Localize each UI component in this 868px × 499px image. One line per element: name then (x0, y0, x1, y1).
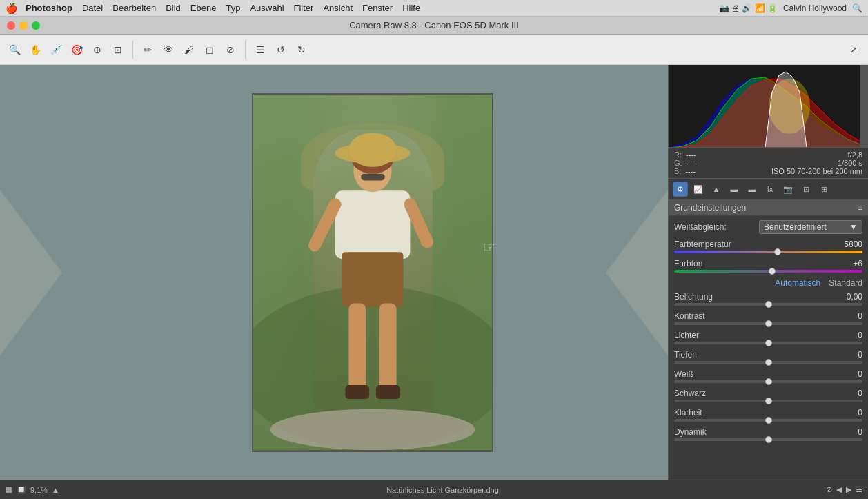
nav-prev-icon[interactable]: ◀ (836, 485, 842, 494)
brush-tool[interactable]: 🖌 (180, 41, 198, 59)
schwarz-track[interactable] (674, 400, 862, 402)
list-tool[interactable]: ☰ (251, 41, 269, 59)
calib-panel-btn[interactable]: ⊞ (816, 182, 831, 197)
auto-button[interactable]: Automatisch (775, 278, 820, 288)
minimize-button[interactable] (19, 21, 28, 30)
window-title: Camera Raw 8.8 - Canon EOS 5D Mark III (349, 20, 519, 30)
heal-tool[interactable]: ✏ (139, 41, 157, 59)
camera-panel-btn[interactable]: 📷 (780, 182, 796, 197)
menu-fenster[interactable]: Fenster (362, 3, 393, 13)
lichter-thumb[interactable] (765, 340, 772, 346)
color-sampler-tool[interactable]: 🎯 (68, 41, 86, 59)
menu-hilfe[interactable]: Hilfe (402, 3, 420, 13)
menu-photoshop[interactable]: Photoshop (26, 3, 72, 13)
close-button[interactable] (7, 21, 15, 30)
klarheit-track[interactable] (674, 419, 862, 422)
weissabgleich-dropdown[interactable]: Benutzerdefiniert ▼ (759, 220, 862, 234)
eyedropper-tool[interactable]: 💉 (47, 41, 65, 59)
farbtemperatur-track[interactable] (674, 251, 862, 253)
weissabgleich-row: Weißabgleich: Benutzerdefiniert ▼ (674, 220, 862, 234)
tiefen-thumb[interactable] (765, 359, 772, 366)
hsl-panel-btn[interactable]: ▬ (744, 182, 760, 197)
farbton-thumb[interactable] (769, 268, 776, 275)
weiss-thumb[interactable] (765, 378, 772, 385)
schwarz-value: 0 (858, 389, 862, 398)
status-icon-info: 🔲 (17, 485, 26, 494)
search-icon[interactable]: 🔍 (852, 3, 862, 13)
panel-header: Grundeinstellungen ≡ (669, 200, 868, 216)
toolbar: 🔍 ✋ 💉 🎯 ⊕ ⊡ ✏ 👁 🖌 ◻ ⊘ ☰ ↺ ↻ ↗ (0, 35, 868, 65)
hand-tool[interactable]: ✋ (26, 41, 44, 59)
histogram-svg (669, 65, 868, 148)
filename-display: Natürliches Licht Ganzkörper.dng (386, 486, 499, 494)
toolbar-separator-2 (245, 41, 246, 59)
menu-bearbeiten[interactable]: Bearbeiten (112, 3, 156, 13)
panel-icons: ⚙ 📈 ▲ ▬ ▬ fx 📷 ⊡ ⊞ (669, 179, 868, 200)
svg-rect-5 (348, 303, 366, 392)
dynamik-track[interactable] (674, 438, 862, 441)
weiss-slider: Weiß 0 (674, 369, 862, 383)
menu-filter[interactable]: Filter (294, 3, 314, 13)
basic-panel-btn[interactable]: ⚙ (673, 182, 688, 197)
dynamik-slider: Dynamik 0 (674, 427, 862, 441)
svg-point-2 (270, 409, 475, 449)
fx-panel-btn[interactable]: fx (762, 182, 778, 197)
belichtung-thumb[interactable] (765, 301, 772, 308)
dynamik-thumb[interactable] (765, 436, 772, 443)
weiss-track[interactable] (674, 380, 862, 383)
pen-tool[interactable]: ⊘ (221, 41, 239, 59)
schwarz-label: Schwarz (674, 389, 706, 398)
canvas-area[interactable]: ☞ (0, 65, 668, 480)
lichter-value: 0 (858, 331, 862, 340)
svg-rect-8 (376, 385, 400, 399)
lens-panel-btn[interactable]: ⊡ (798, 182, 813, 197)
redeye-tool[interactable]: 👁 (159, 41, 177, 59)
standard-button[interactable]: Standard (829, 278, 862, 288)
zoom-tool[interactable]: 🔍 (6, 41, 23, 59)
farbton-track[interactable] (674, 270, 862, 273)
triangle-panel-btn[interactable]: ▲ (709, 182, 724, 197)
export-tool[interactable]: ↗ (845, 41, 862, 59)
eraser-tool[interactable]: ◻ (201, 41, 219, 59)
klarheit-thumb[interactable] (765, 417, 772, 424)
belichtung-track[interactable] (674, 303, 862, 306)
kontrast-thumb[interactable] (765, 320, 772, 327)
apple-logo[interactable]: 🍎 (6, 3, 17, 14)
photo-svg (253, 95, 492, 451)
menu-ebene[interactable]: Ebene (190, 3, 217, 13)
svg-rect-7 (345, 385, 369, 399)
filter-icon[interactable]: ⊘ (826, 485, 832, 494)
menu-typ[interactable]: Typ (226, 3, 240, 13)
schwarz-thumb[interactable] (765, 398, 772, 404)
histogram-scrollbar[interactable] (860, 65, 868, 147)
filmstrip-icon[interactable]: ☰ (856, 485, 862, 494)
tiefen-slider: Tiefen 0 (674, 350, 862, 364)
crop-tool[interactable]: ⊡ (109, 41, 127, 59)
target-tool[interactable]: ⊕ (88, 41, 106, 59)
svg-rect-4 (342, 252, 404, 306)
menu-datei[interactable]: Datei (82, 3, 103, 13)
kontrast-slider: Kontrast 0 (674, 311, 862, 325)
kontrast-track[interactable] (674, 322, 862, 325)
farbtemperatur-thumb[interactable] (774, 248, 781, 255)
lichter-track[interactable] (674, 342, 862, 344)
tiefen-track[interactable] (674, 361, 862, 364)
menu-ansicht[interactable]: Ansicht (323, 3, 353, 13)
user-name: Calvin Hollywood (783, 3, 847, 13)
curve-panel-btn[interactable]: 📈 (691, 182, 706, 197)
farbton-value: +6 (853, 259, 862, 268)
menu-auswahl[interactable]: Auswahl (250, 3, 284, 13)
rotate-ccw-tool[interactable]: ↺ (272, 41, 290, 59)
grundeinstellungen-panel: Grundeinstellungen ≡ Weißabgleich: Benut… (669, 200, 868, 480)
right-panel: R: ---- G: ---- B: ---- f/2,8 1/800 s IS… (668, 65, 868, 480)
panel-expand-icon[interactable]: ≡ (858, 203, 862, 213)
maximize-button[interactable] (32, 21, 40, 30)
tone-panel-btn[interactable]: ▬ (727, 182, 742, 197)
belichtung-value: 0,00 (847, 292, 862, 302)
panel-title: Grundeinstellungen (674, 203, 746, 213)
belichtung-slider: Belichtung 0,00 (674, 292, 862, 306)
zoom-step-btn[interactable]: ▲ (52, 486, 59, 494)
nav-next-icon[interactable]: ▶ (846, 485, 851, 494)
rotate-cw-tool[interactable]: ↻ (293, 41, 310, 59)
menu-bild[interactable]: Bild (166, 3, 181, 13)
